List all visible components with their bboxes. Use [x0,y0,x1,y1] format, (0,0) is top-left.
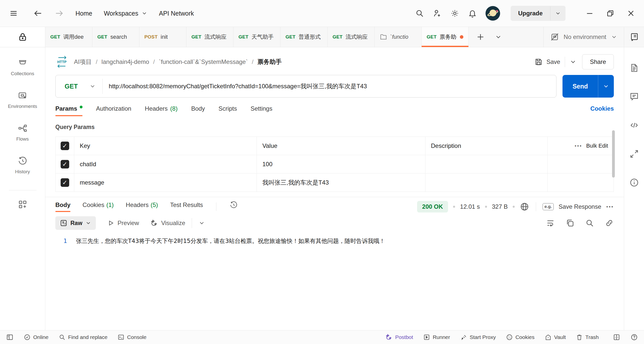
param-description[interactable] [425,155,547,173]
network-globe-icon[interactable] [520,202,529,211]
breadcrumb-workspace[interactable]: AI项目 [74,58,92,66]
tab-request[interactable]: GETsearch [92,27,139,47]
settings-gear-icon[interactable] [450,9,459,18]
response-tab-test-results[interactable]: Test Results [170,201,203,212]
select-all-checkbox[interactable]: ✓ [61,142,69,150]
sidebar-configure-icon[interactable] [18,199,28,209]
vault-button[interactable]: Vault [545,334,566,341]
response-tab-cookies[interactable]: Cookies (1) [83,201,114,212]
tab-headers[interactable]: Headers (8) [145,105,178,116]
view-visualize-button[interactable]: Visualize [150,219,185,227]
status-badge[interactable]: 200 OK [417,201,448,212]
breadcrumb-request-name[interactable]: 票务助手 [258,58,282,66]
response-history-icon[interactable] [229,201,238,213]
response-size[interactable]: 327 B [492,203,508,210]
tab-folder[interactable]: `functio [375,27,422,47]
save-button[interactable]: Save [534,58,560,66]
workspace-lock-cell[interactable] [0,27,45,47]
notifications-bell-icon[interactable] [468,9,477,18]
window-minimize-icon[interactable] [586,9,594,17]
tab-authorization[interactable]: Authorization [96,105,131,116]
hamburger-menu-icon[interactable] [9,9,18,18]
param-key[interactable]: chatId [74,155,257,173]
param-description[interactable] [425,174,547,192]
comments-icon[interactable] [629,92,639,102]
environment-selector[interactable]: No environment [543,27,624,47]
nav-api-network[interactable]: API Network [159,10,194,17]
postbot-button[interactable]: Postbot [385,333,413,341]
search-icon[interactable] [415,9,424,18]
bulk-edit-button[interactable]: Bulk Edit [586,143,608,149]
online-status[interactable]: Online [24,334,49,341]
more-actions-icon[interactable]: ••• [575,143,582,149]
tab-params[interactable]: Params [55,105,83,116]
breadcrumb-collection[interactable]: langchain4j-demo [101,58,149,65]
view-preview-button[interactable]: Preview [107,219,139,227]
send-button[interactable]: Send [562,75,614,98]
view-raw-button[interactable]: Raw [55,216,96,230]
share-button[interactable]: Share [582,54,614,69]
trash-button[interactable]: Trash [576,334,599,341]
sidebar-item-collections[interactable]: Collections [11,58,34,76]
response-time[interactable]: 12.01 s [460,203,480,210]
sidebar-item-flows[interactable]: Flows [16,123,29,142]
upgrade-button[interactable]: Upgrade [511,6,566,21]
search-response-icon[interactable] [585,219,594,228]
copy-icon[interactable] [566,219,575,228]
tab-request[interactable]: GET流式响应 [328,27,375,47]
row-checkbox[interactable]: ✓ [61,178,69,187]
new-tab-plus-icon[interactable] [472,33,489,41]
tab-request[interactable]: GET流式响应 [186,27,233,47]
code-snippet-icon[interactable] [629,120,639,130]
tab-request-active[interactable]: GET 票务助手 [422,27,469,47]
url-input[interactable] [103,83,556,90]
sidebar-item-environments[interactable]: Environments [8,91,37,109]
breadcrumb-folder[interactable]: `function-call`&`SystemMessage` [159,58,248,65]
wrap-text-icon[interactable] [546,219,555,228]
panel-layout-icon[interactable] [613,333,620,341]
nav-workspaces[interactable]: Workspaces [104,10,147,17]
tab-settings[interactable]: Settings [251,105,272,116]
start-proxy-button[interactable]: Start Proxy [460,334,496,341]
vertical-scrollbar[interactable] [612,130,615,178]
link-icon[interactable] [605,219,614,228]
back-arrow-icon[interactable] [33,9,43,18]
row-checkbox[interactable]: ✓ [61,160,69,168]
window-restore-icon[interactable] [606,9,614,17]
runner-button[interactable]: Runner [423,334,450,341]
invite-user-icon[interactable] [433,9,442,18]
cookies-button[interactable]: Cookies [506,334,535,341]
tab-scripts[interactable]: Scripts [219,105,237,116]
param-value[interactable]: 我叫张三,我的车次是T43 [257,174,425,192]
related-requests-icon[interactable] [629,149,639,159]
find-and-replace-button[interactable]: Find and replace [59,334,107,341]
info-icon[interactable] [629,178,639,188]
window-close-icon[interactable] [627,9,635,17]
console-button[interactable]: Console [117,334,146,341]
save-options-chevron-icon[interactable] [570,58,577,65]
upgrade-caret[interactable] [550,6,566,20]
documentation-icon[interactable] [629,63,639,73]
response-tab-body[interactable]: Body [55,201,70,212]
save-response-button[interactable]: Save Response [559,203,601,210]
help-icon[interactable] [630,333,638,341]
user-avatar[interactable] [486,6,500,21]
tab-request[interactable]: GET调用dee [45,27,92,47]
view-options-chevron-icon[interactable] [198,220,205,226]
send-options-chevron-icon[interactable] [598,75,614,98]
cookies-link[interactable]: Cookies [590,105,614,116]
tab-request[interactable]: POSTinit [139,27,186,47]
tab-body[interactable]: Body [191,105,205,116]
environment-quick-look-icon[interactable] [629,32,639,42]
response-more-actions-icon[interactable]: ••• [606,204,614,210]
response-tab-headers[interactable]: Headers (5) [126,201,158,212]
sidebar-item-history[interactable]: History [15,156,30,175]
param-key[interactable]: message [74,174,257,192]
sidebar-toggle-icon[interactable] [6,333,14,341]
tab-request[interactable]: GET天气助手 [233,27,280,47]
tab-request[interactable]: GET普通形式 [280,27,328,47]
forward-arrow-icon[interactable] [54,9,64,18]
nav-home[interactable]: Home [75,10,92,17]
response-body[interactable]: 1 张三先生，您的车次T43将于今天下午2时15分发车，请在3站台检票。祝您旅途… [55,236,614,246]
tab-list-chevron-icon[interactable] [491,33,506,40]
